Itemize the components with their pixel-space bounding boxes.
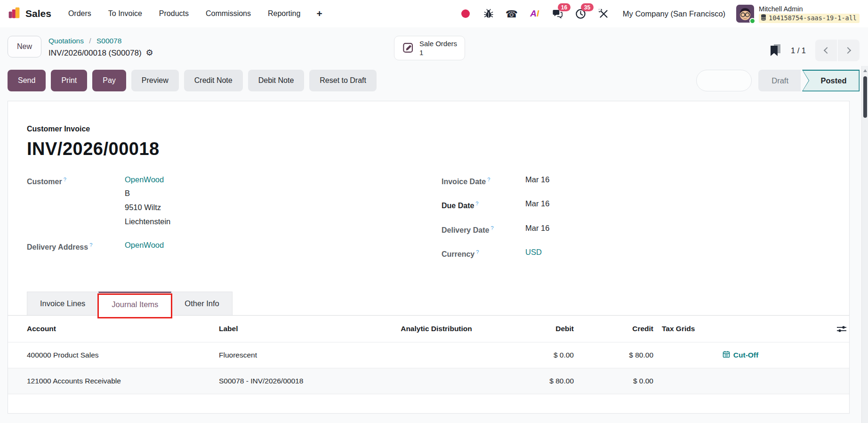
column-header-credit[interactable]: Credit: [574, 325, 653, 333]
menu-products[interactable]: Products: [159, 9, 189, 18]
debit-note-button[interactable]: Debit Note: [248, 70, 305, 91]
main-menu: Orders To Invoice Products Commissions R…: [68, 9, 300, 18]
cut-off-tag[interactable]: Cut-Off: [723, 350, 758, 360]
table-header-row: Account Label Analytic Distribution Debi…: [8, 316, 849, 342]
invoice-form-card: Customer Invoice INV/2026/00018 Customer…: [8, 101, 850, 414]
bookmark-icon[interactable]: [770, 44, 781, 57]
customer-address-line: Liechtenstein: [125, 214, 170, 228]
smart-button-count: 1: [419, 48, 457, 57]
menu-to-invoice[interactable]: To Invoice: [108, 9, 142, 18]
credit-note-button[interactable]: Credit Note: [184, 70, 243, 91]
empty-table-row: [8, 394, 849, 414]
tools-icon[interactable]: [598, 8, 610, 20]
online-status-dot: [749, 18, 755, 24]
menu-orders[interactable]: Orders: [68, 9, 91, 18]
customer-address-line: B: [125, 186, 170, 200]
messages-icon[interactable]: 16: [552, 8, 564, 20]
user-menu[interactable]: Mitchell Admin 104158754-saas-19-1-all: [736, 5, 860, 23]
pay-button[interactable]: Pay: [92, 70, 126, 91]
activities-clock-icon[interactable]: 35: [575, 8, 587, 20]
delivery-date-label: Delivery Date?: [442, 222, 525, 236]
currency-label: Currency?: [442, 246, 525, 260]
breadcrumb-s00078[interactable]: S00078: [96, 37, 121, 45]
new-button[interactable]: New: [8, 36, 41, 57]
customer-label: Customer?: [27, 173, 125, 228]
cell-debit: $ 80.00: [516, 377, 574, 385]
action-buttons-row: Send Print Pay Preview Credit Note Debit…: [8, 67, 860, 100]
cell-credit: $ 80.00: [574, 351, 653, 359]
status-posted[interactable]: Posted: [802, 70, 860, 91]
tab-journal-items[interactable]: Journal Items: [98, 292, 171, 316]
column-header-debit[interactable]: Debit: [516, 325, 574, 333]
table-row[interactable]: 121000 Accounts Receivable S00078 - INV/…: [8, 368, 849, 394]
notebook-tabs: Invoice Lines Journal Items Other Info: [8, 292, 849, 316]
breadcrumb-quotations[interactable]: Quotations: [48, 37, 84, 45]
pill-placeholder-button[interactable]: [696, 70, 752, 91]
column-header-label[interactable]: Label: [219, 325, 356, 333]
pager-previous-button[interactable]: [815, 40, 837, 61]
chevron-right-icon: [844, 47, 851, 54]
preview-button[interactable]: Preview: [131, 70, 179, 91]
reset-to-draft-button[interactable]: Reset to Draft: [309, 70, 377, 91]
delivery-address-label: Delivery Address?: [27, 239, 125, 253]
app-switcher[interactable]: Sales: [8, 6, 51, 21]
help-icon: ?: [89, 242, 92, 248]
sale-orders-smart-button[interactable]: Sale Orders 1: [394, 36, 465, 60]
status-bar: Draft Posted: [758, 70, 860, 91]
scrollbar-thumb[interactable]: [863, 76, 867, 118]
table-row[interactable]: 400000 Product Sales Fluorescent $ 0.00 …: [8, 342, 849, 368]
cell-debit: $ 0.00: [516, 351, 574, 359]
cell-account: 400000 Product Sales: [27, 351, 219, 359]
record-icon[interactable]: [459, 8, 472, 20]
vertical-scrollbar: [861, 66, 868, 423]
column-header-account[interactable]: Account: [27, 325, 219, 333]
send-button[interactable]: Send: [8, 70, 46, 91]
cell-label: S00078 - INV/2026/00018: [219, 377, 356, 385]
currency-value-link[interactable]: USD: [525, 248, 542, 256]
breadcrumb-current: INV/2026/00018 (S00078): [48, 47, 142, 59]
plus-icon[interactable]: +: [316, 8, 322, 19]
pager-count: 1 / 1: [791, 46, 806, 55]
help-icon: ?: [487, 177, 490, 182]
top-navbar: Sales Orders To Invoice Products Commiss…: [0, 0, 868, 27]
activities-badge: 35: [581, 3, 594, 11]
due-date-value[interactable]: Mar 16: [525, 197, 549, 212]
bug-icon[interactable]: [482, 8, 495, 20]
breadcrumb-separator: /: [89, 37, 91, 45]
cell-credit: $ 0.00: [574, 377, 653, 385]
help-icon: ?: [475, 201, 478, 206]
edit-note-icon: [402, 41, 415, 56]
optional-columns-icon[interactable]: [828, 325, 849, 333]
ai-icon[interactable]: AI: [529, 8, 541, 20]
pager-next-button[interactable]: [838, 40, 860, 61]
column-header-analytic-distribution[interactable]: Analytic Distribution: [356, 325, 516, 333]
invoice-date-value[interactable]: Mar 16: [525, 173, 549, 188]
status-draft[interactable]: Draft: [758, 70, 801, 91]
due-date-label: Due Date?: [442, 197, 525, 212]
phone-icon[interactable]: ☎: [506, 8, 518, 20]
gear-icon[interactable]: ⚙: [146, 47, 153, 59]
delivery-date-value[interactable]: Mar 16: [525, 222, 549, 236]
invoice-date-label: Invoice Date?: [442, 173, 525, 188]
messages-badge: 16: [558, 3, 571, 11]
menu-commissions[interactable]: Commissions: [206, 9, 251, 18]
scroll-up-arrow[interactable]: [863, 69, 867, 72]
print-button[interactable]: Print: [51, 70, 87, 91]
column-header-tax-grids[interactable]: Tax Grids: [653, 325, 828, 333]
customer-address-line: 9510 Wiltz: [125, 200, 170, 214]
menu-reporting[interactable]: Reporting: [268, 9, 300, 18]
user-name: Mitchell Admin: [759, 5, 860, 13]
help-icon: ?: [476, 249, 479, 255]
customer-value-link[interactable]: OpenWood: [125, 175, 164, 184]
company-selector[interactable]: My Company (San Francisco): [623, 9, 725, 18]
delivery-address-value-link[interactable]: OpenWood: [125, 241, 164, 249]
chevron-left-icon: [824, 47, 830, 54]
cell-label: Fluorescent: [219, 351, 356, 359]
database-icon: [761, 14, 766, 22]
tab-invoice-lines[interactable]: Invoice Lines: [27, 292, 98, 315]
journal-items-table: Account Label Analytic Distribution Debi…: [8, 316, 849, 414]
app-name[interactable]: Sales: [25, 8, 51, 19]
help-icon: ?: [490, 225, 493, 231]
tab-other-info[interactable]: Other Info: [171, 292, 232, 315]
avatar: [736, 5, 754, 23]
